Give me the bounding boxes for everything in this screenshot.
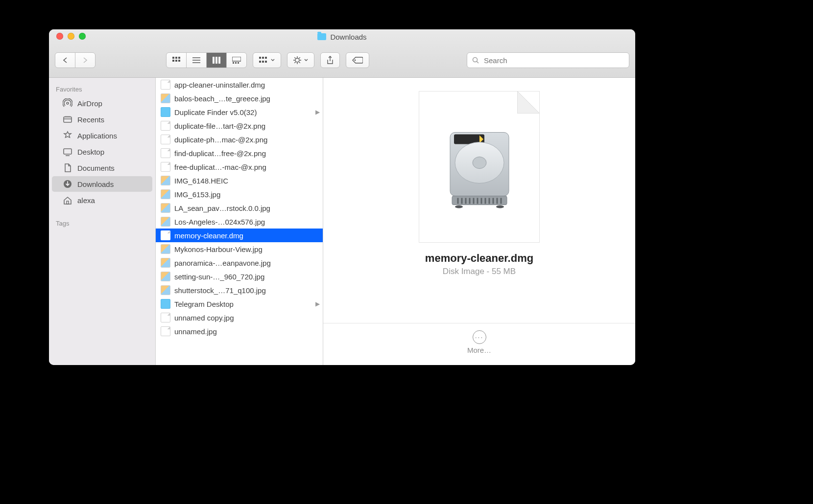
file-row[interactable]: app-cleaner-uninstaller.dmg [156, 78, 323, 92]
svg-rect-10 [215, 57, 217, 64]
svg-rect-13 [233, 62, 234, 64]
file-row[interactable]: LA_sean_pav…rstock.0.0.jpg [156, 201, 323, 215]
file-name: shutterstock_…71_q100.jpg [174, 286, 318, 295]
doc-icon [161, 80, 170, 90]
search-field[interactable] [467, 52, 629, 68]
sidebar-item-recents[interactable]: Recents [52, 112, 152, 127]
file-row[interactable]: setting-sun-…_960_720.jpg [156, 270, 323, 283]
sidebar-item-label: Recents [77, 115, 104, 124]
file-row[interactable]: find-duplicat…free-@2x.png [156, 146, 323, 160]
zoom-window-button[interactable] [79, 33, 86, 40]
search-icon [472, 57, 479, 64]
sidebar-item-downloads[interactable]: Downloads [52, 176, 152, 192]
svg-rect-15 [238, 62, 239, 64]
sidebar-icon [63, 131, 72, 140]
minimize-window-button[interactable] [68, 33, 74, 40]
file-name: Duplicate Finder v5.0(32) [174, 108, 318, 116]
search-input[interactable] [483, 56, 624, 65]
close-window-button[interactable] [56, 33, 63, 40]
preview-pane: memory-cleaner.dmg Disk Image - 55 MB ··… [323, 78, 635, 365]
sidebar-item-alexa[interactable]: alexa [52, 192, 152, 208]
svg-line-30 [299, 57, 300, 58]
share-icon [327, 56, 334, 65]
img-icon [161, 189, 170, 199]
doc-icon [161, 313, 170, 322]
share-button[interactable] [320, 52, 340, 68]
file-row[interactable]: Mykonos-Harbour-View.jpg [156, 242, 323, 256]
sidebar-item-label: alexa [77, 196, 95, 205]
svg-rect-12 [232, 57, 241, 61]
forward-button[interactable] [75, 53, 95, 68]
file-row[interactable]: duplicate-file…tart-@2x.png [156, 119, 323, 133]
file-row[interactable]: duplicate-ph…mac-@2x.png [156, 133, 323, 146]
svg-rect-14 [235, 62, 237, 64]
gallery-view-button[interactable] [227, 53, 246, 68]
file-name: balos-beach_…te_greece.jpg [174, 94, 318, 103]
file-name: IMG_6153.jpg [174, 190, 318, 199]
sidebar-item-applications[interactable]: Applications [52, 128, 152, 143]
file-name: app-cleaner-uninstaller.dmg [174, 81, 318, 89]
more-button[interactable]: ··· [473, 330, 486, 344]
icon-view-button[interactable] [167, 53, 187, 68]
chevron-right-icon: ▶ [315, 109, 320, 115]
svg-rect-21 [265, 61, 267, 63]
doc-icon [161, 148, 170, 158]
sidebar: Favorites AirDropRecentsApplicationsDesk… [49, 78, 156, 365]
img-icon [161, 176, 170, 185]
tags-button[interactable] [346, 52, 369, 68]
sidebar-item-desktop[interactable]: Desktop [52, 144, 152, 160]
window-title: Downloads [317, 33, 366, 41]
gallery-icon [232, 57, 241, 64]
file-row[interactable]: shutterstock_…71_q100.jpg [156, 283, 323, 297]
svg-rect-3 [172, 60, 174, 62]
file-row[interactable]: IMG_6153.jpg [156, 187, 323, 201]
doc-icon [161, 135, 170, 144]
file-row[interactable]: unnamed.jpg [156, 324, 323, 338]
file-name: memory-cleaner.dmg [174, 231, 318, 240]
file-row[interactable]: panoramica-…eanpavone.jpg [156, 256, 323, 270]
group-by-button[interactable] [253, 52, 281, 68]
file-row[interactable]: free-duplicat…-mac-@x.png [156, 160, 323, 174]
sidebar-heading-favorites: Favorites [49, 83, 155, 95]
svg-rect-5 [178, 60, 180, 62]
img-icon [161, 93, 170, 103]
svg-point-60 [455, 206, 463, 208]
file-row[interactable]: Telegram Desktop▶ [156, 297, 323, 311]
svg-rect-47 [452, 196, 507, 205]
chevron-down-icon [304, 59, 308, 62]
preview-filename: memory-cleaner.dmg [425, 252, 533, 265]
file-row[interactable]: IMG_6148.HEIC [156, 174, 323, 187]
doc-icon [161, 121, 170, 131]
file-row[interactable]: unnamed copy.jpg [156, 311, 323, 324]
column-view-button[interactable] [207, 53, 227, 68]
more-label: More… [467, 346, 491, 354]
file-name: unnamed copy.jpg [174, 314, 318, 322]
folder-icon [317, 33, 326, 40]
action-menu-button[interactable] [287, 52, 314, 68]
svg-point-46 [473, 157, 486, 169]
file-name: find-duplicat…free-@2x.png [174, 149, 318, 158]
sidebar-item-airdrop[interactable]: AirDrop [52, 95, 152, 111]
sidebar-item-documents[interactable]: Documents [52, 160, 152, 176]
file-row[interactable]: Duplicate Finder v5.0(32)▶ [156, 105, 323, 119]
svg-rect-18 [265, 57, 267, 59]
file-name: unnamed.jpg [174, 327, 318, 336]
file-list-column[interactable]: app-cleaner-uninstaller.dmgbalos-beach_…… [156, 78, 323, 365]
sidebar-heading-tags: Tags [49, 217, 155, 229]
doc-icon [161, 162, 170, 172]
grid-icon [172, 57, 180, 64]
back-button[interactable] [55, 53, 75, 68]
tag-icon [352, 56, 363, 64]
file-name: Telegram Desktop [174, 300, 318, 308]
svg-point-34 [67, 102, 69, 104]
svg-point-22 [295, 58, 299, 62]
file-row[interactable]: balos-beach_…te_greece.jpg [156, 92, 323, 105]
list-view-button[interactable] [187, 53, 207, 68]
file-row[interactable]: memory-cleaner.dmg [156, 229, 323, 242]
svg-line-28 [299, 62, 300, 63]
titlebar: Downloads [49, 29, 635, 78]
file-row[interactable]: Los-Angeles-…024x576.jpg [156, 215, 323, 229]
preview-thumbnail [419, 92, 539, 242]
sidebar-item-label: Desktop [77, 148, 104, 156]
svg-line-33 [477, 62, 479, 64]
